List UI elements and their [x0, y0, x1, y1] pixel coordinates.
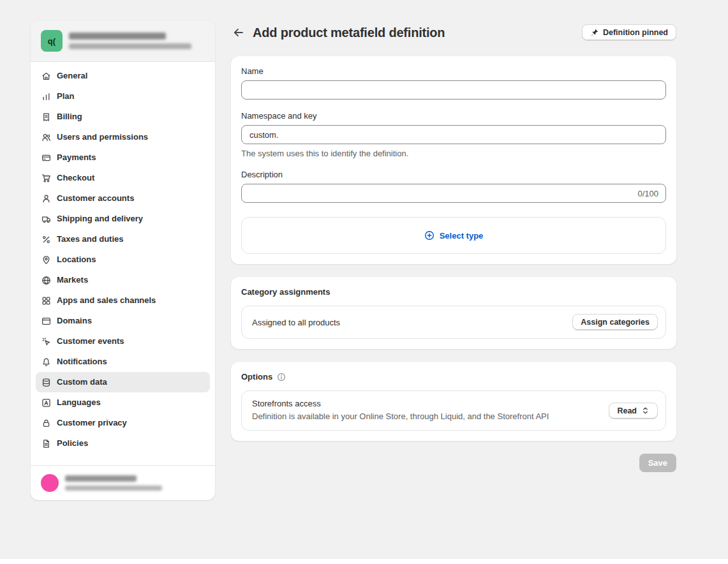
percent-icon	[41, 234, 51, 244]
bell-icon	[41, 357, 51, 367]
sidebar-item-markets[interactable]: Markets	[36, 270, 210, 290]
store-header[interactable]: q(	[31, 20, 215, 62]
sidebar-item-label: Checkout	[57, 172, 94, 184]
truck-icon	[41, 214, 51, 224]
settings-page: q( GeneralPlanBillingUsers and permissio…	[0, 0, 728, 500]
sidebar-item-customer-events[interactable]: Customer events	[36, 331, 210, 352]
storefronts-access-description: Definition is available in your Online S…	[252, 410, 549, 422]
pin-icon	[590, 29, 598, 37]
namespace-help-text: The system uses this to identify the def…	[241, 149, 666, 158]
database-icon	[41, 377, 51, 387]
store-avatar: q(	[41, 30, 63, 52]
sidebar-item-taxes-and-duties[interactable]: Taxes and duties	[36, 229, 210, 249]
info-icon[interactable]	[277, 373, 286, 382]
sidebar-item-label: General	[57, 70, 87, 82]
sidebar-item-checkout[interactable]: Checkout	[36, 168, 210, 188]
sidebar-item-label: Customer accounts	[57, 192, 134, 205]
document-icon	[41, 438, 51, 449]
settings-sidebar: q( GeneralPlanBillingUsers and permissio…	[31, 20, 215, 500]
storefronts-access-select[interactable]: Read	[609, 403, 658, 419]
users-icon	[41, 132, 51, 142]
redacted-user-name	[65, 475, 137, 482]
receipt-icon	[41, 112, 51, 122]
sidebar-item-customer-privacy[interactable]: Customer privacy	[36, 413, 210, 433]
sidebar-item-label: Shipping and delivery	[57, 212, 143, 225]
globe-icon	[41, 275, 51, 285]
category-assignments-title: Category assignments	[241, 287, 666, 297]
sidebar-item-users-and-permissions[interactable]: Users and permissions	[36, 127, 210, 147]
name-label: Name	[241, 66, 666, 76]
sidebar-item-label: Users and permissions	[57, 131, 148, 144]
sidebar-item-domains[interactable]: Domains	[36, 311, 210, 331]
sidebar-item-label: Customer privacy	[57, 417, 127, 429]
sidebar-item-locations[interactable]: Locations	[36, 249, 210, 270]
definition-pinned-button[interactable]: Definition pinned	[582, 24, 676, 41]
options-card: Options Storefronts access Definition is…	[231, 362, 676, 441]
bottom-strip	[0, 559, 728, 564]
sidebar-item-languages[interactable]: Languages	[36, 392, 210, 413]
sidebar-item-label: Languages	[57, 396, 101, 409]
sidebar-item-notifications[interactable]: Notifications	[36, 352, 210, 372]
sidebar-item-label: Domains	[57, 315, 92, 327]
namespace-field: Namespace and key The system uses this t…	[241, 111, 666, 158]
category-assignments-card: Category assignments Assigned to all pro…	[231, 277, 676, 349]
user-avatar	[41, 474, 59, 492]
plus-circle-icon	[424, 230, 435, 241]
sidebar-item-custom-data[interactable]: Custom data	[36, 372, 210, 392]
sidebar-item-customer-accounts[interactable]: Customer accounts	[36, 188, 210, 209]
options-title: Options	[241, 372, 272, 382]
sidebar-item-label: Markets	[57, 274, 88, 286]
user-section[interactable]	[31, 465, 215, 500]
chart-icon	[41, 91, 51, 101]
cart-icon	[41, 173, 51, 183]
sidebar-item-plan[interactable]: Plan	[36, 86, 210, 107]
sidebar-item-general[interactable]: General	[36, 66, 210, 86]
back-button[interactable]	[231, 25, 246, 40]
select-type-button[interactable]: Select type	[420, 230, 487, 241]
sidebar-item-label: Taxes and duties	[57, 233, 124, 246]
namespace-label: Namespace and key	[241, 111, 666, 121]
namespace-input[interactable]	[241, 125, 666, 144]
grid-icon	[41, 295, 51, 306]
sidebar-item-shipping-and-delivery[interactable]: Shipping and delivery	[36, 209, 210, 229]
page-title: Add product metafield definition	[253, 26, 445, 40]
sidebar-item-label: Plan	[57, 90, 74, 103]
language-icon	[41, 397, 51, 408]
description-label: Description	[241, 170, 666, 179]
storefronts-access-title: Storefronts access	[252, 399, 549, 408]
save-button[interactable]: Save	[639, 454, 676, 472]
sidebar-item-label: Notifications	[57, 355, 107, 368]
definition-pinned-label: Definition pinned	[603, 28, 668, 37]
name-input[interactable]	[241, 80, 666, 100]
definition-card: Name Namespace and key The system uses t…	[231, 56, 676, 264]
store-icon	[41, 71, 51, 81]
storefronts-access-row: Storefronts access Definition is availab…	[241, 390, 666, 431]
assign-categories-button[interactable]: Assign categories	[572, 314, 658, 330]
card-icon	[41, 152, 51, 163]
category-assignment-row: Assigned to all products Assign categori…	[241, 306, 666, 339]
sidebar-item-label: Custom data	[57, 376, 107, 389]
storefronts-access-value: Read	[617, 406, 637, 415]
redacted-store-name	[69, 33, 166, 40]
type-section: Select type	[241, 217, 666, 254]
sidebar-item-payments[interactable]: Payments	[36, 147, 210, 168]
select-type-label: Select type	[440, 231, 484, 241]
name-field: Name	[241, 66, 666, 100]
sidebar-item-billing[interactable]: Billing	[36, 107, 210, 127]
sidebar-item-label: Billing	[57, 110, 82, 123]
sidebar-item-label: Apps and sales channels	[57, 294, 156, 307]
redacted-store-url	[69, 43, 191, 49]
user-meta	[65, 475, 162, 491]
description-field: Description 0/100	[241, 170, 666, 203]
sidebar-item-policies[interactable]: Policies	[36, 433, 210, 454]
sidebar-item-apps-and-sales-channels[interactable]: Apps and sales channels	[36, 290, 210, 311]
updown-chevron-icon	[641, 406, 650, 415]
description-input[interactable]	[241, 184, 666, 203]
sidebar-item-label: Locations	[57, 253, 96, 266]
assignment-status-text: Assigned to all products	[252, 318, 340, 327]
cursor-icon	[41, 336, 51, 346]
arrow-left-icon	[232, 26, 245, 39]
save-row: Save	[231, 454, 676, 472]
sidebar-item-label: Policies	[57, 437, 88, 450]
location-icon	[41, 255, 51, 265]
